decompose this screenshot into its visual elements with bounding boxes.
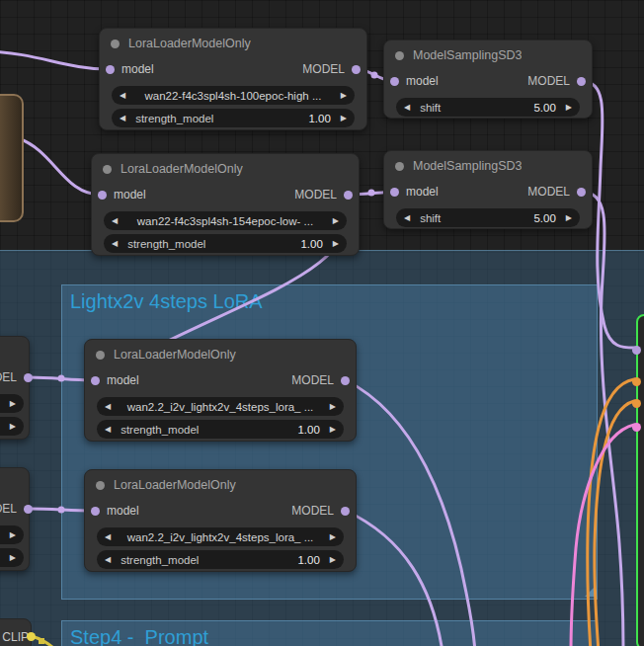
decrement-icon[interactable]: ◀ (112, 234, 118, 253)
node-fragment-clip[interactable]: CLIP (0, 618, 32, 646)
widget-strength-model[interactable]: ◀ strength_model 1.00 ▶ (104, 234, 347, 253)
node-title-bar[interactable]: ModelSamplingSD3 (384, 40, 592, 70)
node-title-bar[interactable]: LoraLoaderModelOnly (92, 154, 359, 184)
node-lightx2v-lora-low[interactable]: LoraLoaderModelOnly model MODEL ◀ wan2.2… (84, 469, 357, 572)
widget-shift[interactable]: ◀ shift 5.00 ▶ (396, 208, 580, 227)
collapse-toggle-icon[interactable] (111, 40, 120, 48)
combo-next-icon[interactable]: ▶ (333, 211, 339, 230)
collapse-toggle-icon[interactable] (395, 162, 404, 171)
increment-icon[interactable]: ▶ (566, 98, 572, 117)
node-loraloader-high[interactable]: LoraLoaderModelOnly model MODEL ◀ wan22-… (99, 28, 367, 130)
collapse-toggle-icon[interactable] (96, 481, 105, 490)
node-modelsampling-high[interactable]: ModelSamplingSD3 model MODEL ◀ shift 5.0… (383, 40, 593, 119)
decrement-icon[interactable]: ◀ (120, 109, 125, 127)
widget-strength-model[interactable]: ◀ strength_model 1.00 ▶ (97, 550, 344, 569)
increment-icon[interactable]: ▶ (10, 548, 16, 567)
increment-icon[interactable]: ▶ (10, 417, 16, 436)
combo-next-icon[interactable]: ▶ (341, 86, 347, 105)
model-output-label: MODEL (527, 74, 570, 88)
node-title-bar[interactable] (0, 337, 29, 366)
node-loraloader-low[interactable]: LoraLoaderModelOnly model MODEL ◀ wan22-… (91, 153, 360, 256)
node-fragment-left-1[interactable]: MODEL ▶ ▶ (0, 336, 30, 440)
node-lightx2v-lora-high[interactable]: LoraLoaderModelOnly model MODEL ◀ wan2.2… (84, 339, 357, 442)
model-input-slot[interactable] (632, 346, 641, 355)
wire-model-into-lora-low (18, 138, 101, 195)
node-title-bar[interactable]: LoraLoaderModelOnly (100, 29, 366, 58)
clip-output-slot[interactable] (27, 632, 36, 641)
model-output-slot[interactable] (577, 188, 586, 197)
node-graph-canvas[interactable]: Lightx2v 4steps LoRA Step4 - Prompt Lora… (0, 0, 644, 646)
combo-value: wan22-f4c3spl4sh-100epoc-high ... (125, 90, 341, 102)
increment-icon[interactable]: ▶ (341, 109, 347, 127)
node-title-bar[interactable]: ModelSamplingSD3 (384, 151, 592, 181)
collapse-toggle-icon[interactable] (103, 165, 112, 174)
widget-label: strength_model (135, 113, 308, 124)
node-title-bar[interactable]: LoraLoaderModelOnly (85, 340, 356, 369)
model-input-slot[interactable] (91, 507, 100, 516)
node-sampler-running[interactable] (636, 314, 644, 646)
model-input-slot[interactable] (98, 191, 107, 200)
widget-lora-name[interactable]: ◀ wan2.2_i2v_lightx2v_4steps_lora_ ... ▶ (97, 527, 344, 546)
model-output-slot[interactable] (344, 191, 353, 200)
decrement-icon[interactable]: ◀ (105, 550, 111, 569)
decrement-icon[interactable]: ◀ (105, 420, 111, 439)
decrement-icon[interactable]: ◀ (404, 208, 410, 227)
widget-value: 1.00 (297, 554, 319, 566)
widget-lora-name[interactable]: ◀ wan22-f4c3spl4sh-100epoc-high ... ▶ (112, 86, 355, 105)
model-output-label: MODEL (291, 373, 334, 387)
combo-next-icon[interactable]: ▶ (330, 397, 336, 416)
model-input-label: model (406, 185, 439, 199)
node-fragment-left-2[interactable]: MODEL ▶ ▶ (0, 467, 30, 571)
model-input-slot[interactable] (91, 376, 100, 385)
combo-value: wan2.2_i2v_lightx2v_4steps_lora_ ... (111, 531, 330, 543)
widget-truncated[interactable]: ▶ (0, 394, 24, 413)
group-lightx2v-title[interactable]: Lightx2v 4steps LoRA (62, 285, 597, 317)
model-input-label: model (107, 504, 139, 518)
model-output-slot[interactable] (577, 77, 586, 86)
group-step4-prompt[interactable]: Step4 - Prompt (61, 620, 598, 646)
widget-lora-name[interactable]: ◀ wan22-f4c3spl4sh-154epoc-low- ... ▶ (104, 211, 347, 230)
widget-value: 5.00 (533, 102, 555, 114)
combo-next-icon[interactable]: ▶ (330, 527, 336, 546)
node-title-bar[interactable]: LoraLoaderModelOnly (85, 470, 356, 500)
node-title: ModelSamplingSD3 (413, 48, 522, 62)
widget-lora-name[interactable]: ◀ wan2.2_i2v_lightx2v_4steps_lora_ ... ▶ (97, 397, 344, 416)
slot-row: model MODEL (92, 184, 359, 207)
node-modelsampling-low[interactable]: ModelSamplingSD3 model MODEL ◀ shift 5.0… (383, 150, 593, 229)
collapse-toggle-icon[interactable] (96, 351, 105, 360)
widget-label: shift (420, 102, 533, 114)
group-step4-title[interactable]: Step4 - Prompt (62, 621, 597, 646)
widget-value: 1.00 (297, 424, 319, 436)
node-title: ModelSamplingSD3 (413, 159, 522, 173)
widget-strength-model[interactable]: ◀ strength_model 1.00 ▶ (97, 420, 344, 439)
increment-icon[interactable]: ▶ (333, 234, 339, 253)
node-title-bar[interactable] (0, 468, 29, 498)
latent-input-slot[interactable] (632, 423, 641, 432)
widget-strength-model[interactable]: ◀ strength_model 1.00 ▶ (112, 109, 355, 127)
combo-next-icon[interactable]: ▶ (10, 394, 16, 413)
model-input-label: model (121, 62, 154, 76)
model-output-slot[interactable] (24, 505, 33, 514)
model-input-slot[interactable] (390, 188, 399, 197)
model-output-slot[interactable] (352, 65, 361, 74)
increment-icon[interactable]: ▶ (330, 550, 336, 569)
model-output-slot[interactable] (24, 373, 33, 382)
positive-input-slot[interactable] (632, 377, 641, 386)
increment-icon[interactable]: ▶ (330, 420, 336, 439)
collapse-toggle-icon[interactable] (395, 51, 404, 60)
model-output-slot[interactable] (341, 507, 350, 516)
model-output-slot[interactable] (341, 376, 350, 385)
widget-truncated[interactable]: ▶ (0, 525, 24, 544)
decrement-icon[interactable]: ◀ (404, 98, 410, 117)
image-preview-fragment[interactable] (0, 94, 24, 222)
widget-truncated[interactable]: ▶ (0, 417, 24, 436)
combo-next-icon[interactable]: ▶ (10, 525, 16, 544)
model-input-slot[interactable] (106, 65, 115, 74)
increment-icon[interactable]: ▶ (566, 208, 572, 227)
slot-row: model MODEL (100, 58, 366, 82)
widget-truncated[interactable]: ▶ (0, 548, 24, 567)
negative-input-slot[interactable] (632, 399, 641, 408)
model-input-slot[interactable] (390, 77, 399, 86)
node-title: LoraLoaderModelOnly (114, 348, 236, 362)
widget-shift[interactable]: ◀ shift 5.00 ▶ (396, 98, 580, 117)
